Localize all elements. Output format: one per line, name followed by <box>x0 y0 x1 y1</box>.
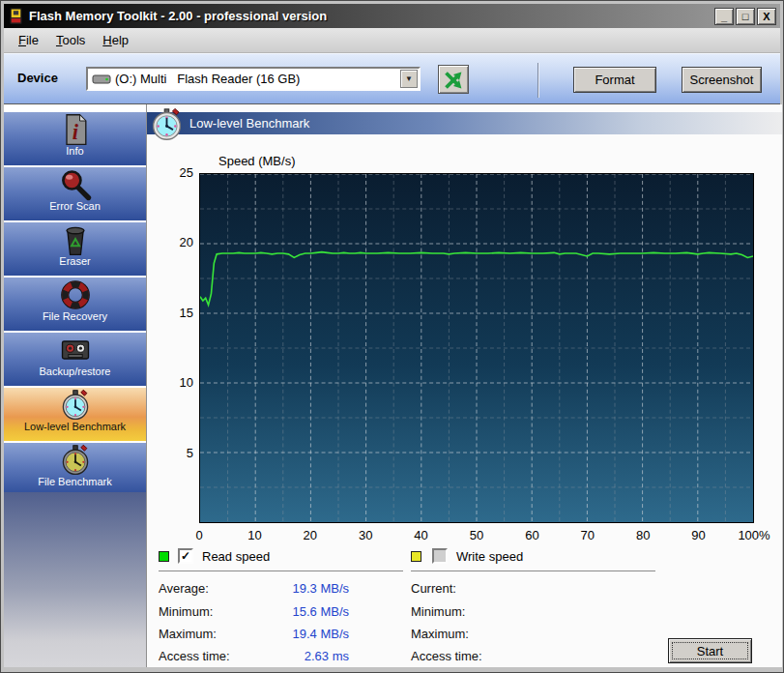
sidebar-item-label: Error Scan <box>4 200 146 212</box>
read-maximum-value: 19.4 MB/s <box>243 627 349 641</box>
app-icon <box>8 8 24 24</box>
write-maximum-label: Maximum: <box>411 627 469 641</box>
read-legend-rule <box>159 571 403 571</box>
menu-tools-rest: ools <box>62 33 85 47</box>
low-level-benchmark-icon <box>58 388 93 423</box>
dropdown-arrow-icon[interactable]: ▼ <box>400 70 418 88</box>
read-minimum-value: 15.6 MB/s <box>243 604 349 619</box>
menu-help[interactable]: Help <box>94 30 137 50</box>
menu-file-rest: ile <box>26 33 39 47</box>
sidebar-filler <box>4 492 146 667</box>
sidebar-item-label: Info <box>4 145 146 157</box>
refresh-icon <box>440 67 467 94</box>
device-select[interactable]: (O:) Multi Flash Reader (16 GB) ▼ <box>86 67 421 91</box>
x-tick-label: 50 <box>457 528 496 542</box>
read-maximum-label: Maximum: <box>159 627 217 641</box>
read-speed-checkbox[interactable]: ✓ <box>178 548 193 564</box>
benchmark-chart <box>199 173 754 523</box>
device-label: Device <box>17 71 58 85</box>
y-tick-label: 25 <box>157 165 193 180</box>
sidebar-item-label: Eraser <box>4 255 146 267</box>
write-access-time-label: Access time: <box>411 649 482 663</box>
x-tick-label: 40 <box>402 528 441 542</box>
panel-header: Low-level Benchmark <box>147 112 782 134</box>
write-speed-checkbox[interactable] <box>432 548 448 564</box>
maximize-button[interactable]: □ <box>736 8 755 25</box>
x-tick-label: 60 <box>512 528 551 542</box>
svg-text:i: i <box>72 120 78 144</box>
stopwatch-icon <box>149 107 185 143</box>
main-panel: Low-level Benchmark Speed (MB/s) 2520151… <box>147 104 782 667</box>
sidebar-item-eraser[interactable]: Eraser <box>4 222 146 276</box>
sidebar-item-label: Backup/restore <box>4 366 146 377</box>
refresh-button[interactable] <box>438 65 469 94</box>
sidebar-item-file-recovery[interactable]: File Recovery <box>4 278 146 331</box>
format-button[interactable]: Format <box>573 67 656 93</box>
x-tick-label: 20 <box>291 528 330 542</box>
menu-help-accel: H <box>102 33 111 47</box>
y-tick-label: 5 <box>157 446 193 460</box>
sidebar-item-label: File Benchmark <box>4 476 146 487</box>
y-axis-ticks: 252015105 <box>157 173 193 523</box>
menu-bar: File Tools Help <box>4 28 780 53</box>
backup-restore-icon <box>58 333 93 367</box>
sidebar-item-label: Low-level Benchmark <box>4 421 146 432</box>
menu-file[interactable]: File <box>10 30 47 50</box>
sidebar-item-file-benchmark[interactable]: File Benchmark <box>4 443 146 496</box>
toolbar-separator <box>537 63 539 98</box>
sidebar-item-error-scan[interactable]: Error Scan <box>4 167 146 220</box>
read-speed-swatch <box>159 551 169 562</box>
minimize-button[interactable]: _ <box>714 8 734 25</box>
write-legend-rule <box>411 571 655 571</box>
x-axis-ticks: 0102030405060708090100% <box>199 528 754 545</box>
read-minimum-label: Minimum: <box>159 604 213 619</box>
app-window: Flash Memory Toolkit - 2.00 - profession… <box>0 0 784 673</box>
title-bar: Flash Memory Toolkit - 2.00 - profession… <box>4 4 780 28</box>
sidebar-item-label: File Recovery <box>4 310 146 322</box>
y-tick-label: 20 <box>157 235 193 249</box>
sidebar-item-backup-restore[interactable]: Backup/restore <box>4 333 146 386</box>
error-scan-icon <box>58 167 93 202</box>
close-button[interactable]: X <box>757 8 776 25</box>
drive-icon <box>92 73 111 86</box>
file-benchmark-icon <box>58 443 93 478</box>
sidebar: i Info Error Scan Eraser File Recovery B… <box>4 104 147 667</box>
file-recovery-icon <box>58 278 93 312</box>
read-average-label: Average: <box>159 581 209 596</box>
y-tick-label: 10 <box>157 375 193 390</box>
menu-help-rest: elp <box>112 33 129 47</box>
x-tick-label: 100% <box>735 528 773 542</box>
read-access-time-value: 2.63 ms <box>243 649 349 663</box>
menu-tools[interactable]: Tools <box>47 30 94 50</box>
screenshot-button[interactable]: Screenshot <box>682 67 762 93</box>
read-average-value: 19.3 MB/s <box>243 581 349 596</box>
x-tick-label: 70 <box>568 528 607 542</box>
start-button[interactable]: Start <box>668 638 752 663</box>
x-tick-label: 10 <box>235 528 274 542</box>
x-tick-label: 80 <box>624 528 662 542</box>
read-speed-label: Read speed <box>202 549 270 564</box>
menu-file-accel: F <box>18 33 26 47</box>
device-select-value: (O:) Multi Flash Reader (16 GB) <box>115 72 400 86</box>
write-speed-swatch <box>411 551 421 562</box>
window-title: Flash Memory Toolkit - 2.00 - profession… <box>29 9 712 23</box>
x-tick-label: 0 <box>180 528 218 542</box>
sidebar-item-info[interactable]: i Info <box>4 112 146 165</box>
sidebar-item-low-level-benchmark[interactable]: Low-level Benchmark <box>4 388 146 441</box>
x-tick-label: 90 <box>680 528 718 542</box>
x-tick-label: 30 <box>346 528 385 542</box>
y-tick-label: 15 <box>157 306 193 320</box>
write-current-label: Current: <box>411 581 456 596</box>
read-access-time-label: Access time: <box>159 649 230 663</box>
chart-title: Speed (MB/s) <box>218 154 295 168</box>
write-speed-label: Write speed <box>456 549 523 564</box>
eraser-icon <box>58 222 93 257</box>
device-toolbar: Device (O:) Multi Flash Reader (16 GB) ▼… <box>4 53 780 104</box>
write-minimum-label: Minimum: <box>411 604 465 619</box>
info-icon: i <box>58 112 93 147</box>
checkmark-icon: ✓ <box>181 549 190 563</box>
panel-title: Low-level Benchmark <box>189 116 309 131</box>
